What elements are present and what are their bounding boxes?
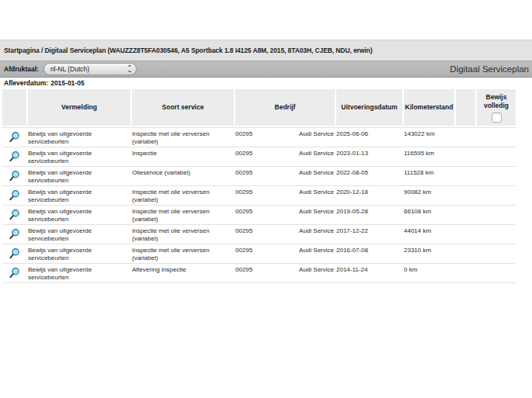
row-icon-cell	[2, 244, 26, 263]
header-spacer	[456, 89, 475, 126]
cell-bewijs-volledig	[477, 225, 516, 244]
cell-uitvoeringsdatum: 2023-01-13	[336, 147, 402, 166]
cell-spacer	[456, 147, 475, 166]
cell-vermelding: Bewijs van uitgevoerde servicebeurten	[28, 186, 130, 205]
row-icon-cell	[2, 264, 26, 282]
cell-vermelding: Bewijs van uitgevoerde servicebeurten	[28, 206, 130, 224]
magnifier-icon[interactable]	[9, 247, 20, 260]
cell-kilometerstand: 0 km	[404, 264, 454, 282]
header-bewijs-line2: volledig	[484, 102, 509, 110]
bedrijf-naam: Audi Service	[299, 189, 334, 205]
cell-spacer	[456, 225, 475, 244]
cell-vermelding: Bewijs van uitgevoerde servicebeurten	[28, 167, 130, 185]
magnifier-icon[interactable]	[9, 267, 20, 279]
row-icon-cell	[2, 186, 26, 205]
magnifier-icon[interactable]	[9, 151, 20, 163]
row-icon-cell	[2, 167, 26, 185]
cell-kilometerstand: 111528 km	[404, 167, 454, 185]
cell-uitvoeringsdatum: 2014-11-24	[336, 264, 402, 282]
cell-spacer	[456, 186, 475, 205]
bedrijf-code: 00295	[235, 208, 252, 224]
cell-bedrijf: 00295 Audi Service	[235, 225, 335, 244]
language-select-label: Afdruktaal:	[4, 65, 39, 73]
cell-soort-service: Inspectie met olie verversen (variabel)	[132, 244, 234, 263]
cell-bedrijf: 00295 Audi Service	[235, 128, 335, 147]
header-vermelding: Vermelding	[28, 89, 130, 126]
cell-bewijs-volledig	[477, 244, 516, 263]
delivery-date-label: Afleverdatum:	[4, 79, 48, 87]
magnifier-icon[interactable]	[9, 170, 20, 182]
cell-bewijs-volledig	[477, 264, 516, 282]
header-kilometerstand: Kilometerstand	[404, 89, 454, 126]
header-icon-spacer	[2, 89, 26, 126]
cell-vermelding: Bewijs van uitgevoerde servicebeurten	[28, 264, 130, 282]
cell-spacer	[456, 206, 475, 224]
bedrijf-naam: Audi Service	[299, 208, 334, 224]
service-history-table: Vermelding Soort service Bedrijf Uitvoer…	[2, 89, 516, 283]
header-uitvoeringsdatum: Uitvoeringsdatum	[336, 89, 402, 126]
cell-soort-service: Inspectie met olie verversen (variabel)	[132, 186, 234, 205]
cell-soort-service: Aflevering Inspectie	[132, 264, 234, 282]
cell-kilometerstand: 44014 km	[404, 225, 454, 244]
cell-bedrijf: 00295 Audi Service	[235, 206, 335, 224]
table-row: Bewijs van uitgevoerde servicebeurten In…	[2, 128, 516, 147]
row-icon-cell	[2, 128, 26, 147]
bedrijf-naam: Audi Service	[299, 266, 334, 282]
bedrijf-code: 00295	[235, 227, 252, 244]
table-row: Bewijs van uitgevoerde servicebeurten Af…	[2, 264, 516, 283]
cell-uitvoeringsdatum: 2020-12-18	[336, 186, 402, 205]
magnifier-icon[interactable]	[9, 228, 20, 241]
row-icon-cell	[2, 147, 26, 166]
magnifier-icon[interactable]	[9, 209, 20, 221]
cell-vermelding: Bewijs van uitgevoerde servicebeurten	[28, 128, 130, 147]
cell-soort-service: Inspectie met olie verversen (variabel)	[132, 128, 234, 147]
cell-uitvoeringsdatum: 2017-12-22	[336, 225, 402, 244]
chevron-up-down-icon: ⌃⌄	[127, 66, 132, 73]
delivery-date: Afleverdatum:2015-01-05	[4, 79, 85, 87]
table-row: Bewijs van uitgevoerde servicebeurten In…	[2, 147, 516, 167]
cell-bewijs-volledig	[477, 186, 516, 205]
table-row: Bewijs van uitgevoerde servicebeurten Ol…	[2, 167, 516, 186]
cell-soort-service: Inspectie	[132, 147, 234, 166]
bedrijf-naam: Audi Service	[299, 169, 334, 185]
cell-bewijs-volledig	[477, 167, 516, 185]
toolbar: Afdruktaal: nl-NL (Dutch) ⌃⌄ Digitaal Se…	[0, 61, 532, 78]
table-row: Bewijs van uitgevoerde servicebeurten In…	[2, 206, 516, 225]
language-select-value: nl-NL (Dutch)	[50, 65, 89, 73]
bedrijf-code: 00295	[235, 266, 252, 282]
breadcrumb-current: Digitaal Serviceplan (WAUZZZ8T5FA030546,…	[44, 47, 372, 54]
cell-uitvoeringsdatum: 2019-05-28	[336, 206, 402, 224]
header-bewijs-volledig: Bewijs volledig	[477, 89, 516, 126]
cell-uitvoeringsdatum: 2025-06-06	[336, 128, 402, 147]
language-select[interactable]: nl-NL (Dutch) ⌃⌄	[43, 63, 137, 75]
cell-bedrijf: 00295 Audi Service	[235, 186, 335, 205]
cell-spacer	[456, 167, 475, 185]
cell-spacer	[456, 264, 475, 282]
breadcrumb: Startpagina / Digitaal Serviceplan (WAUZ…	[0, 40, 532, 61]
bedrijf-naam: Audi Service	[299, 130, 334, 147]
bewijs-volledig-checkbox[interactable]	[492, 112, 502, 123]
cell-vermelding: Bewijs van uitgevoerde servicebeurten	[28, 225, 130, 244]
cell-uitvoeringsdatum: 2016-07-08	[336, 244, 402, 263]
cell-bedrijf: 00295 Audi Service	[235, 147, 335, 166]
table-row: Bewijs van uitgevoerde servicebeurten In…	[2, 244, 516, 264]
cell-spacer	[456, 244, 475, 263]
bedrijf-naam: Audi Service	[299, 247, 334, 263]
cell-kilometerstand: 116595 km	[404, 147, 454, 166]
bedrijf-naam: Audi Service	[299, 150, 334, 166]
table-body: Bewijs van uitgevoerde servicebeurten In…	[2, 127, 516, 283]
bedrijf-naam: Audi Service	[299, 227, 334, 244]
bedrijf-code: 00295	[235, 189, 252, 205]
breadcrumb-home[interactable]: Startpagina	[4, 47, 40, 54]
cell-kilometerstand: 143022 km	[404, 128, 454, 147]
table-row: Bewijs van uitgevoerde servicebeurten In…	[2, 225, 516, 244]
table-row: Bewijs van uitgevoerde servicebeurten In…	[2, 186, 516, 206]
cell-soort-service: Olieservice (variabel)	[132, 167, 234, 185]
row-icon-cell	[2, 206, 26, 224]
cell-vermelding: Bewijs van uitgevoerde servicebeurten	[28, 244, 130, 263]
magnifier-icon[interactable]	[9, 131, 20, 144]
magnifier-icon[interactable]	[9, 189, 20, 202]
cell-bewijs-volledig	[477, 206, 516, 224]
cell-bewijs-volledig	[477, 128, 516, 147]
delivery-date-value: 2015-01-05	[50, 79, 84, 87]
